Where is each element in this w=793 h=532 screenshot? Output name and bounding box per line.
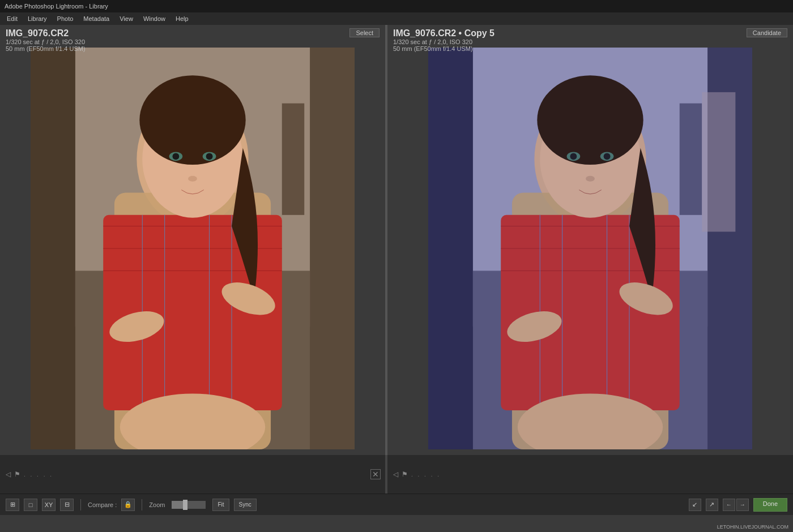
filmstrip-right-dots: . . . . . xyxy=(411,471,441,478)
left-filename: IMG_9076.CR2 xyxy=(6,28,380,38)
zoom-slider[interactable] xyxy=(172,501,206,509)
right-meta1: 1/320 sec at ƒ / 2,0, ISO 320 xyxy=(393,38,494,45)
compare-label: Compare : xyxy=(88,501,117,508)
view-loupe-btn[interactable]: □ xyxy=(24,499,37,511)
view-survey-btn[interactable]: ⊟ xyxy=(60,499,74,511)
left-meta2: 50 mm (EF50mm f/1.4 USM) xyxy=(6,45,380,52)
filmstrip-right: ◁ ⚑ . . . . . xyxy=(387,455,793,494)
menu-help[interactable]: Help xyxy=(171,14,193,23)
menu-window[interactable]: Window xyxy=(139,14,170,23)
menu-view[interactable]: View xyxy=(115,14,138,23)
filmstrip-left: ◁ ⚑ . . . . . ✕ xyxy=(0,455,385,494)
svg-rect-53 xyxy=(428,48,752,449)
left-photo-info: IMG_9076.CR2 1/320 sec at ƒ / 2,0, ISO 3… xyxy=(6,28,380,52)
toolbar-sep1 xyxy=(80,499,81,510)
watermark: LETOHIN.LIVEJOURNAL.COM xyxy=(717,524,788,530)
menu-library[interactable]: Library xyxy=(23,14,52,23)
svg-point-21 xyxy=(206,153,213,160)
svg-point-20 xyxy=(173,153,180,160)
left-panel: IMG_9076.CR2 1/320 sec at ƒ / 2,0, ISO 3… xyxy=(0,25,385,455)
right-panel: IMG_9076.CR2 • Copy 5 1/320 sec at ƒ / 2… xyxy=(387,25,793,455)
filmstrip-flag-icon: ⚑ xyxy=(14,470,20,478)
filmstrip-left-close[interactable]: ✕ xyxy=(370,469,381,479)
right-meta2: 50 mm (EF50mm f/1.4 USM) xyxy=(393,45,494,52)
left-header: IMG_9076.CR2 1/320 sec at ƒ / 2,0, ISO 3… xyxy=(0,25,385,48)
menu-metadata[interactable]: Metadata xyxy=(79,14,114,23)
zoom-label: Zoom xyxy=(149,501,165,508)
prev-btn[interactable]: ← xyxy=(723,499,735,511)
left-image-container[interactable] xyxy=(0,48,385,455)
right-header: IMG_9076.CR2 • Copy 5 1/320 sec at ƒ / 2… xyxy=(387,25,793,48)
right-filename: IMG_9076.CR2 • Copy 5 xyxy=(393,28,494,38)
filmstrip-left-dots: . . . . . xyxy=(24,471,53,478)
select-badge: Select xyxy=(349,28,380,37)
candidate-badge: Candidate xyxy=(747,28,787,37)
right-image-container[interactable] xyxy=(387,48,793,455)
menu-edit[interactable]: Edit xyxy=(2,14,22,23)
filmstrip-left-icon: ◁ xyxy=(6,470,11,478)
right-photo-info: IMG_9076.CR2 • Copy 5 1/320 sec at ƒ / 2… xyxy=(393,28,494,52)
zoom-slider-container[interactable] xyxy=(172,501,206,509)
right-photo xyxy=(393,48,787,449)
sync-btn[interactable]: Sync xyxy=(234,499,257,511)
lock-btn[interactable]: 🔒 xyxy=(121,499,135,511)
zoom-slider-thumb xyxy=(183,500,187,510)
menu-photo[interactable]: Photo xyxy=(53,14,78,23)
left-meta1: 1/320 sec at ƒ / 2,0, ISO 320 xyxy=(6,38,380,45)
view-grid-btn[interactable]: ⊞ xyxy=(6,499,19,511)
filmstrip-right-icon1: ◁ xyxy=(393,470,398,478)
filmstrip-area: ◁ ⚑ . . . . . ✕ ◁ ⚑ . . . . . xyxy=(0,455,793,494)
toolbar-sep2 xyxy=(142,499,142,510)
done-btn[interactable]: Done xyxy=(753,498,787,512)
titlebar-text: Adobe Photoshop Lightroom - Library xyxy=(5,3,108,10)
nav-arrows: ← → xyxy=(723,499,749,511)
svg-point-22 xyxy=(188,176,197,182)
fit-btn[interactable]: Fit xyxy=(212,499,229,511)
view-xy-btn[interactable]: XY xyxy=(42,499,56,511)
titlebar: Adobe Photoshop Lightroom - Library xyxy=(0,0,793,12)
menubar: Edit Library Photo Metadata View Window … xyxy=(0,12,793,25)
compare-area: IMG_9076.CR2 1/320 sec at ƒ / 2,0, ISO 3… xyxy=(0,25,793,455)
swap-left-btn[interactable]: ↙ xyxy=(689,499,701,511)
svg-point-17 xyxy=(139,75,245,165)
next-btn[interactable]: → xyxy=(736,499,749,511)
bottom-toolbar: ⊞ □ XY ⊟ Compare : 🔒 Zoom Fit Sync ↙ ↗ ←… xyxy=(0,494,793,515)
left-photo xyxy=(6,48,380,449)
filmstrip-right-icon2: ⚑ xyxy=(402,470,408,478)
svg-rect-5 xyxy=(282,104,304,215)
swap-right-btn[interactable]: ↗ xyxy=(706,499,718,511)
